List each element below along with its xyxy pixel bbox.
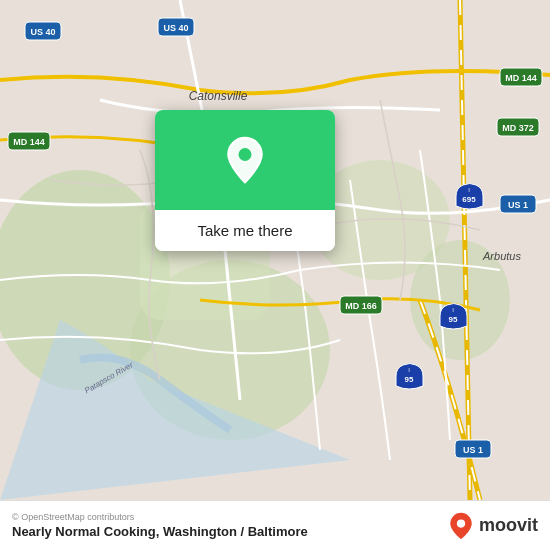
svg-text:MD 144: MD 144 [505,73,537,83]
moovit-logo: moovit [447,512,538,540]
svg-text:Arbutus: Arbutus [482,250,521,262]
take-me-there-button[interactable]: Take me there [155,210,335,251]
svg-text:US 1: US 1 [463,445,483,455]
svg-text:US 40: US 40 [163,23,188,33]
svg-text:Catonsville: Catonsville [189,89,248,103]
map-container: US 40 US 40 MD 144 MD 144 MD 372 695 I U… [0,0,550,500]
popup-header [155,110,335,210]
svg-point-32 [457,519,465,527]
svg-text:95: 95 [449,315,458,324]
bottom-bar: © OpenStreetMap contributors Nearly Norm… [0,500,550,550]
location-popup: Take me there [155,110,335,251]
bottom-info: © OpenStreetMap contributors Nearly Norm… [12,512,308,539]
svg-text:MD 372: MD 372 [502,123,534,133]
svg-text:US 40: US 40 [30,27,55,37]
svg-point-31 [239,148,252,161]
svg-text:MD 166: MD 166 [345,301,377,311]
attribution-text: © OpenStreetMap contributors [12,512,308,522]
place-name: Nearly Normal Cooking, Washington / Balt… [12,524,308,539]
svg-text:MD 144: MD 144 [13,137,45,147]
moovit-brand-text: moovit [479,515,538,536]
location-pin-icon [221,136,269,184]
moovit-pin-icon [447,512,475,540]
svg-text:695: 695 [462,195,476,204]
svg-text:95: 95 [405,375,414,384]
svg-text:US 1: US 1 [508,200,528,210]
